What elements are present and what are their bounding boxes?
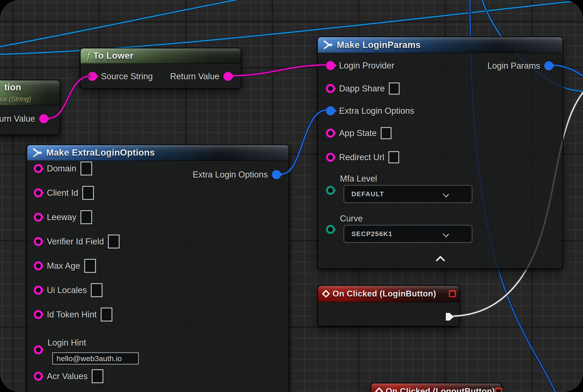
pin-row-id-token-hint: Id Token Hint [34,308,112,321]
output-pin-extra-login-options[interactable] [272,170,281,179]
dapp-share-value-box[interactable] [389,82,400,94]
pin-row-domain: Domain [34,162,92,175]
event-bind-box-icon[interactable] [495,388,502,392]
chevron-down-icon [443,191,449,198]
redirect-url-value-box[interactable] [388,151,399,163]
input-pin-verifier-id-field[interactable] [34,237,43,246]
pin-row-acr-values: Acr Values [34,370,104,383]
acr-values-value-box[interactable] [92,369,104,383]
login-hint-label: Login Hint [48,338,86,348]
input-pin-curve[interactable] [326,225,335,234]
app-state-value-box[interactable] [381,127,392,139]
node-to-lower-header[interactable]: ƒ To Lower [81,48,241,64]
node-make-extra-login-options[interactable]: Make ExtraLoginOptions Domain Client Id … [26,144,289,392]
node-params-header[interactable]: Make LoginParams [318,37,562,53]
make-struct-icon [32,148,42,158]
pin-row-verifier-id-field: Verifier Id Field [34,235,120,248]
input-pin-mfa-level[interactable] [326,186,335,195]
node-login-clicked-title: On Clicked (LoginButton) [332,289,436,298]
input-pin-extra-login-options[interactable] [326,106,335,115]
pin-row-extra-login-options-in: Extra Login Options [326,104,414,118]
leeway-value-box[interactable] [80,210,92,224]
pin-row-return-value: Return Value [170,70,232,83]
node-conversion-header[interactable]: tion ox (String) [0,80,60,106]
pin-label: Redirect Url [339,152,384,162]
node-conversion-title: tion [4,82,21,92]
login-hint-value: hello@web3auth.io [56,354,122,363]
login-hint-input[interactable]: hello@web3auth.io [52,352,139,364]
input-pin-redirect-url[interactable] [326,153,335,162]
pin-label: Acr Values [47,372,88,381]
pin-row-source-string: Source String [88,70,153,83]
pin-label: Verifier Id Field [47,237,104,246]
event-bind-box-icon[interactable] [449,290,456,298]
pin-label: Return Value [170,72,220,81]
input-pin-dapp-share[interactable] [326,84,335,93]
input-pin-leeway[interactable] [34,213,43,222]
domain-value-box[interactable] [80,162,92,176]
id-token-hint-value-box[interactable] [101,308,112,322]
pin-row-return-value-partial: eturn Value [0,112,48,126]
client-id-value-box[interactable] [82,186,94,200]
event-diamond-icon [322,290,330,298]
chevron-down-icon [443,231,449,238]
pin-label: Leeway [47,212,76,222]
input-pin-source-string[interactable] [88,72,97,81]
pin-row-extra-login-options-out: Extra Login Options [192,168,281,181]
pin-row-leeway: Leeway [34,210,92,224]
input-pin-ui-locales[interactable] [34,286,43,295]
collapse-node-chevron[interactable] [436,256,445,265]
pin-row-redirect-url: Redirect Url [326,150,399,164]
node-extra-title: Make ExtraLoginOptions [46,148,155,158]
pin-label: Extra Login Options [339,106,414,116]
pin-row-client-id: Client Id [34,186,94,200]
make-struct-icon [323,40,333,50]
pin-label: Client Id [47,188,78,198]
output-pin-return-value[interactable] [39,114,48,123]
node-logout-clicked-header[interactable]: On Clicked (LogoutButton) [371,384,501,392]
pin-row-max-age: Max Age [34,259,96,272]
pin-label: Extra Login Options [192,170,268,180]
node-login-clicked-header[interactable]: On Clicked (LoginButton) [318,286,459,302]
pin-row-ui-locales: Ui Locales [34,284,102,297]
input-pin-max-age[interactable] [34,261,43,270]
node-logout-clicked-title: On Clicked (LogoutButton) [386,386,495,392]
output-pin-return-value[interactable] [224,72,232,81]
curve-dropdown[interactable]: SECP256K1 [344,225,472,243]
max-age-value-box[interactable] [84,259,96,273]
output-pin-login-params[interactable] [544,61,553,70]
exec-output-pin[interactable] [446,313,454,320]
node-params-title: Make LoginParams [337,40,421,50]
node-extra-header[interactable]: Make ExtraLoginOptions [27,145,288,161]
input-pin-domain[interactable] [34,164,43,173]
event-diamond-icon [375,387,384,392]
node-conversion-subtitle: ox (String) [0,95,31,103]
pin-row-dapp-share: Dapp Share [326,82,400,95]
blueprint-canvas[interactable]: tion ox (String) eturn Value ƒ To Lower … [0,0,583,392]
input-pin-login-hint[interactable] [34,345,43,354]
mfa-level-dropdown[interactable]: DEFAULT [344,185,472,203]
input-pin-client-id[interactable] [34,188,43,197]
input-pin-id-token-hint[interactable] [34,310,43,319]
input-pin-acr-values[interactable] [34,372,43,381]
pin-label: Dapp Share [339,84,385,94]
pin-row-app-state: App State [326,126,392,140]
curve-label: Curve [340,214,363,224]
input-pin-login-provider[interactable] [326,61,335,70]
pin-label: Ui Locales [47,286,87,295]
node-on-clicked-logout-button[interactable]: On Clicked (LogoutButton) [370,383,502,392]
pin-label: Domain [47,164,76,174]
pin-label: Source String [101,72,153,81]
node-on-clicked-login-button[interactable]: On Clicked (LoginButton) [318,285,460,326]
node-make-login-params[interactable]: Make LoginParams Login Provider Dapp Sha… [317,36,563,269]
node-to-lower[interactable]: ƒ To Lower Source String Return Value [80,48,242,89]
input-pin-app-state[interactable] [326,129,335,138]
mfa-level-value: DEFAULT [352,190,384,198]
node-to-lower-title: To Lower [93,51,134,61]
pin-label: Login Params [488,61,540,71]
mfa-level-label: Mfa Level [340,174,377,184]
ui-locales-value-box[interactable] [91,283,102,297]
verifier-id-field-value-box[interactable] [108,234,120,248]
node-conversion-partial[interactable]: tion ox (String) eturn Value [0,80,60,135]
function-icon: ƒ [86,50,90,61]
